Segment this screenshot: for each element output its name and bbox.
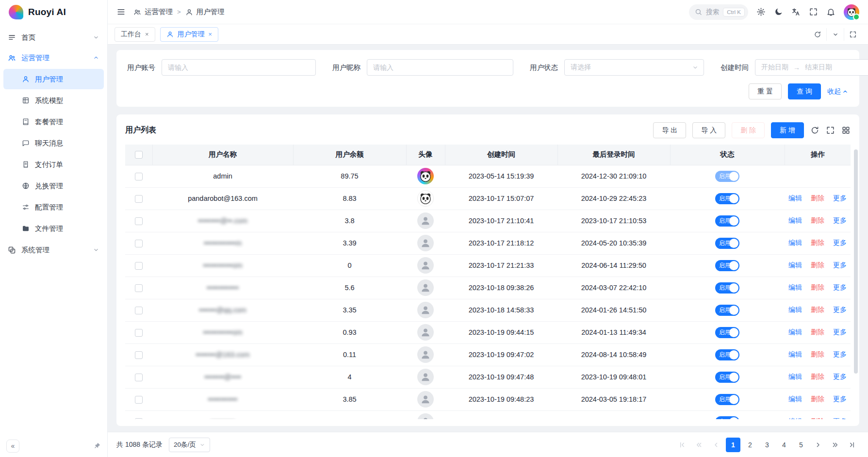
last-page-button[interactable] <box>845 438 859 452</box>
row-checkbox[interactable] <box>135 284 143 292</box>
sidebar-subitem[interactable]: 配置管理 <box>3 197 104 217</box>
first-page-button[interactable] <box>675 438 689 452</box>
sidebar-subitem[interactable]: 套餐管理 <box>3 112 104 132</box>
page-button-2[interactable]: 2 <box>743 438 757 452</box>
status-toggle[interactable]: 启用 <box>715 260 739 271</box>
hamburger-menu-icon[interactable] <box>116 7 126 16</box>
status-toggle[interactable]: 启用 <box>715 372 739 383</box>
edit-link[interactable]: 编辑 <box>788 194 802 202</box>
created-date-range[interactable]: 开始日期 → 结束日期 <box>755 59 868 76</box>
row-checkbox[interactable] <box>135 374 143 381</box>
pin-icon[interactable] <box>93 442 101 450</box>
sidebar-subitem[interactable]: 支付订单 <box>3 154 104 175</box>
status-toggle[interactable]: 启用 <box>715 238 739 249</box>
page-size-select[interactable]: 20条/页 <box>169 438 210 452</box>
next-group-button[interactable] <box>828 438 842 452</box>
more-link[interactable]: 更多 <box>833 283 847 291</box>
sidebar-subitem[interactable]: 用户管理 <box>3 69 104 89</box>
edit-link[interactable]: 编辑 <box>788 395 802 403</box>
global-search[interactable]: 搜索 Ctrl K <box>689 4 748 20</box>
refresh-icon[interactable] <box>810 126 819 135</box>
edit-link[interactable]: 编辑 <box>788 306 802 313</box>
tab-user-management[interactable]: 用户管理 × <box>160 27 219 42</box>
account-input[interactable] <box>162 59 316 76</box>
more-link[interactable]: 更多 <box>833 216 847 224</box>
prev-page-button[interactable] <box>709 438 723 452</box>
sidebar-collapse-button[interactable]: « <box>6 440 19 453</box>
edit-link[interactable]: 编辑 <box>788 373 802 380</box>
more-link[interactable]: 更多 <box>833 328 847 336</box>
add-button[interactable]: 新 增 <box>771 122 804 138</box>
close-icon[interactable]: × <box>209 31 213 37</box>
more-link[interactable]: 更多 <box>833 395 847 403</box>
reset-button[interactable]: 重 置 <box>749 83 782 99</box>
row-checkbox[interactable] <box>135 173 143 180</box>
row-checkbox[interactable] <box>135 418 143 419</box>
sidebar-subitem[interactable]: 系统模型 <box>3 90 104 111</box>
sidebar-subitem[interactable]: 文件管理 <box>3 218 104 239</box>
edit-link[interactable]: 编辑 <box>788 350 802 358</box>
edit-link[interactable]: 编辑 <box>788 417 802 419</box>
breadcrumb-operations[interactable]: 运营管理 <box>133 7 173 16</box>
select-all-checkbox[interactable] <box>135 151 143 159</box>
edit-link[interactable]: 编辑 <box>788 283 802 291</box>
more-link[interactable]: 更多 <box>833 417 847 419</box>
row-checkbox[interactable] <box>135 262 143 270</box>
page-button-1[interactable]: 1 <box>726 438 740 452</box>
sidebar-item-operations[interactable]: 运营管理 <box>0 48 107 68</box>
more-link[interactable]: 更多 <box>833 194 847 202</box>
prev-group-button[interactable] <box>692 438 706 452</box>
dark-mode-moon-icon[interactable] <box>774 7 783 16</box>
nickname-input[interactable] <box>367 59 513 76</box>
row-checkbox[interactable] <box>135 240 143 247</box>
more-link[interactable]: 更多 <box>833 239 847 246</box>
edit-link[interactable]: 编辑 <box>788 328 802 336</box>
row-checkbox[interactable] <box>135 307 143 314</box>
delete-link[interactable]: 删除 <box>811 417 824 419</box>
delete-link[interactable]: 删除 <box>811 194 824 202</box>
notification-bell-icon[interactable] <box>826 7 835 16</box>
status-toggle[interactable]: 启用 <box>715 305 739 316</box>
tab-options-chevron-icon[interactable] <box>826 28 844 41</box>
row-checkbox[interactable] <box>135 396 143 404</box>
edit-link[interactable]: 编辑 <box>788 239 802 246</box>
close-icon[interactable]: × <box>145 31 149 37</box>
delete-link[interactable]: 删除 <box>811 216 824 224</box>
page-button-4[interactable]: 4 <box>777 438 791 452</box>
edit-link[interactable]: 编辑 <box>788 216 802 224</box>
more-link[interactable]: 更多 <box>833 350 847 358</box>
collapse-filters-link[interactable]: 收起 <box>827 87 849 96</box>
delete-link[interactable]: 删除 <box>811 328 824 336</box>
status-toggle[interactable]: 启用 <box>715 282 739 294</box>
more-link[interactable]: 更多 <box>833 261 847 269</box>
logo[interactable]: Ruoyi AI <box>0 0 107 24</box>
status-toggle[interactable]: 启用 <box>715 416 739 420</box>
delete-link[interactable]: 删除 <box>811 350 824 358</box>
page-button-5[interactable]: 5 <box>794 438 808 452</box>
delete-link[interactable]: 删除 <box>811 283 824 291</box>
delete-link[interactable]: 删除 <box>811 261 824 269</box>
sidebar-subitem[interactable]: 兑换管理 <box>3 176 104 196</box>
status-toggle[interactable]: 启用 <box>715 349 739 360</box>
status-toggle[interactable]: 启用 <box>715 193 739 204</box>
sidebar-item-home[interactable]: 首页 <box>0 27 107 48</box>
tab-workbench[interactable]: 工作台 × <box>115 27 155 42</box>
column-settings-icon[interactable] <box>841 126 851 135</box>
row-checkbox[interactable] <box>135 217 143 225</box>
status-toggle[interactable]: 启用 <box>715 215 739 227</box>
user-avatar[interactable] <box>844 4 859 20</box>
row-checkbox[interactable] <box>135 195 143 203</box>
row-checkbox[interactable] <box>135 351 143 359</box>
delete-link[interactable]: 删除 <box>811 373 824 380</box>
delete-button[interactable]: 删 除 <box>732 122 765 138</box>
status-toggle[interactable]: 启用 <box>715 394 739 405</box>
status-toggle[interactable]: 启用 <box>715 171 739 182</box>
more-link[interactable]: 更多 <box>833 373 847 380</box>
table-fullscreen-icon[interactable] <box>826 126 835 135</box>
status-select[interactable]: 请选择 <box>564 59 704 76</box>
fullscreen-icon[interactable] <box>809 7 818 16</box>
export-button[interactable]: 导 出 <box>653 122 686 138</box>
more-link[interactable]: 更多 <box>833 306 847 313</box>
sidebar-item-system[interactable]: 系统管理 <box>0 240 107 260</box>
delete-link[interactable]: 删除 <box>811 395 824 403</box>
